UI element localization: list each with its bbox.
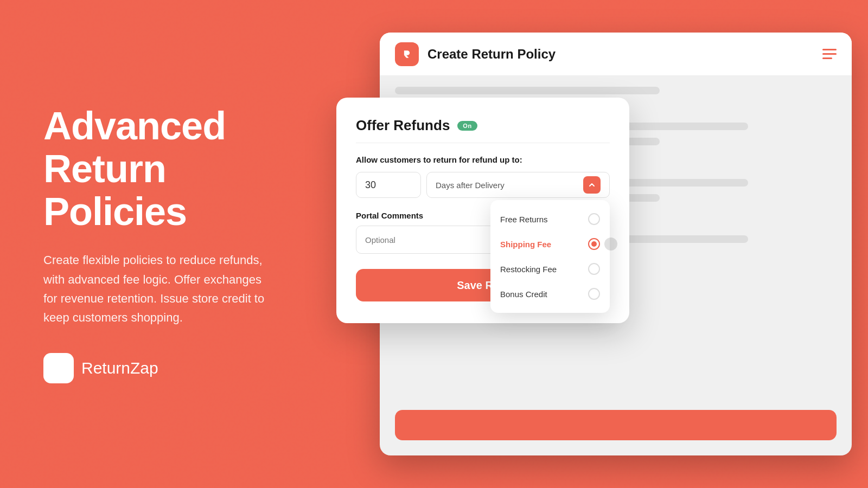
dropdown-item-label: Shipping Fee	[500, 240, 551, 249]
dropdown-item-restocking-fee[interactable]: Restocking Fee	[490, 256, 610, 281]
divider	[356, 143, 610, 143]
delivery-select-text: Days after Delivery	[436, 181, 505, 190]
left-panel: Advanced Return Policies Create flexible…	[0, 72, 304, 416]
dropdown-menu: Free Returns Shipping Fee Restocking Fee	[490, 200, 610, 313]
placeholder-row-1	[395, 87, 660, 94]
radio-free-returns[interactable]	[588, 213, 600, 225]
app-logo-icon	[395, 42, 419, 66]
chevron-up-icon[interactable]	[583, 176, 601, 194]
days-input[interactable]	[356, 172, 421, 198]
brand-name: ReturnZap	[81, 359, 158, 377]
dropdown-item-bonus-credit[interactable]: Bonus Credit	[490, 281, 610, 306]
brand-logo: ReturnZap	[43, 353, 271, 383]
page-layout: Advanced Return Policies Create flexible…	[0, 0, 868, 488]
dropdown-item-shipping-fee[interactable]: Shipping Fee	[490, 232, 610, 256]
radio-shipping-fee[interactable]	[588, 238, 600, 250]
offer-title: Offer Refunds	[356, 117, 450, 134]
right-panel: Create Return Policy	[304, 0, 868, 488]
description-text: Create flexible policies to reduce refun…	[43, 251, 271, 327]
app-header: Create Return Policy	[380, 33, 852, 76]
dropdown-item-free-returns[interactable]: Free Returns	[490, 207, 610, 232]
app-title: Create Return Policy	[427, 47, 814, 62]
refund-inputs: Days after Delivery Free Returns Shippi	[356, 172, 610, 198]
toggle-badge[interactable]: On	[457, 121, 477, 131]
main-heading: Advanced Return Policies	[43, 105, 271, 234]
radio-bonus-credit[interactable]	[588, 288, 600, 300]
dropdown-item-label: Restocking Fee	[500, 265, 557, 274]
dropdown-item-label: Free Returns	[500, 215, 548, 224]
refund-label: Allow customers to return for refund up …	[356, 155, 610, 164]
hamburger-icon[interactable]	[822, 49, 837, 59]
delivery-select[interactable]: Days after Delivery	[426, 172, 610, 198]
cursor-indicator	[604, 237, 617, 251]
radio-restocking-fee[interactable]	[588, 263, 600, 275]
front-card: Offer Refunds On Allow customers to retu…	[336, 98, 629, 323]
offer-header: Offer Refunds On	[356, 117, 610, 134]
dropdown-item-label: Bonus Credit	[500, 290, 547, 299]
app-bottom-button	[395, 410, 837, 440]
brand-icon-box	[43, 353, 74, 383]
